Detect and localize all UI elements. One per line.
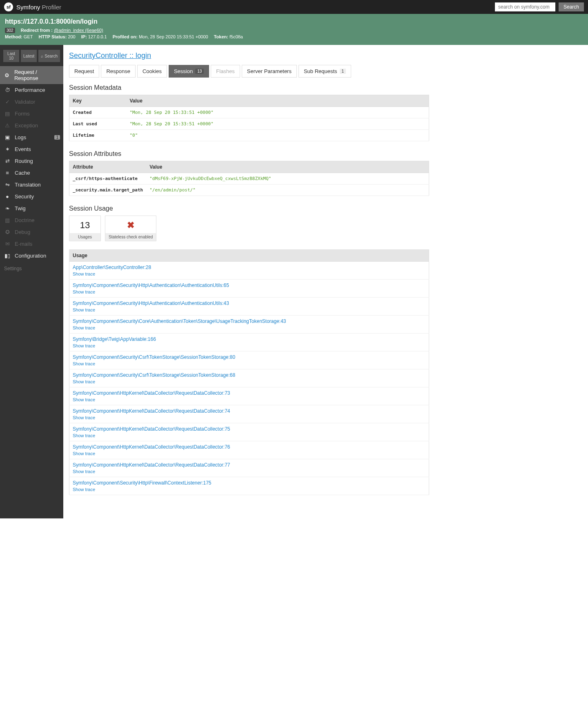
sidebar-item-e-mails: ✉E-mails bbox=[0, 238, 63, 250]
sidebar-item-security[interactable]: ●Security bbox=[0, 191, 63, 202]
sidebar-item-exception: ⚠Exception bbox=[0, 120, 63, 131]
menu-icon: ▤ bbox=[4, 111, 11, 117]
menu-label: Performance bbox=[15, 87, 45, 93]
row-value: "Mon, 28 Sep 20 15:33:51 +0000" bbox=[127, 118, 429, 130]
usage-row: Symfony\Component\Security\Core\Authenti… bbox=[69, 316, 429, 333]
sidebar-item-translation[interactable]: ⇋Translation bbox=[0, 179, 63, 191]
redirect-link[interactable]: @admin_index (6eae60) bbox=[54, 28, 103, 33]
menu-icon: ⇄ bbox=[4, 158, 11, 164]
tab-request[interactable]: Request bbox=[69, 65, 99, 78]
usage-row: Symfony\Component\Security\Http\Authenti… bbox=[69, 280, 429, 298]
controller-title-link[interactable]: SecurityController :: login bbox=[69, 51, 151, 60]
search-button[interactable]: Search bbox=[559, 2, 584, 11]
sidebar-item-debug: ✪Debug bbox=[0, 226, 63, 238]
usage-location-link[interactable]: Symfony\Component\Security\Http\Authenti… bbox=[73, 282, 229, 288]
section-heading: Session Metadata bbox=[69, 84, 429, 91]
usage-location-link[interactable]: Symfony\Component\Security\Csrf\TokenSto… bbox=[73, 372, 235, 378]
tab-session[interactable]: Session13 bbox=[169, 65, 209, 78]
menu-label: Configuration bbox=[15, 253, 46, 259]
menu-label: Events bbox=[15, 146, 31, 152]
metric-card: ✖Stateless check enabled bbox=[105, 216, 156, 241]
menu-label: Debug bbox=[15, 229, 30, 235]
usage-location-link[interactable]: Symfony\Component\Security\Csrf\TokenSto… bbox=[73, 354, 235, 360]
usage-location-link[interactable]: Symfony\Component\Security\Http\Authenti… bbox=[73, 300, 229, 306]
sidebar-item-performance[interactable]: ⏱Performance bbox=[0, 84, 63, 96]
tab-label: Response bbox=[106, 68, 130, 74]
menu-icon: ⏱ bbox=[4, 87, 11, 93]
menu-icon: ✓ bbox=[4, 99, 11, 105]
sidebar-item-cache[interactable]: ≡Cache bbox=[0, 167, 63, 179]
usage-location-link[interactable]: Symfony\Component\HttpKernel\DataCollect… bbox=[73, 408, 230, 414]
usage-location-link[interactable]: Symfony\Component\Security\Core\Authenti… bbox=[73, 318, 286, 324]
latest-button[interactable]: Latest bbox=[21, 50, 37, 62]
sidebar-item-request-response[interactable]: ⚙Request / Response bbox=[0, 66, 63, 84]
show-trace-link[interactable]: Show trace bbox=[73, 343, 425, 348]
show-trace-link[interactable]: Show trace bbox=[73, 487, 425, 492]
usage-row: Symfony\Component\HttpKernel\DataCollect… bbox=[69, 405, 429, 423]
metric-label: Stateless check enabled bbox=[105, 233, 156, 241]
menu-label: Twig bbox=[15, 205, 26, 211]
tab-response[interactable]: Response bbox=[101, 65, 136, 78]
show-trace-link[interactable]: Show trace bbox=[73, 289, 425, 294]
tab-label: Session bbox=[174, 68, 193, 74]
row-value: "/en/admin/post/" bbox=[146, 185, 429, 196]
menu-label: E-mails bbox=[15, 241, 32, 247]
magnifier-icon: ⌕ bbox=[41, 54, 43, 58]
row-value: "Mon, 28 Sep 20 15:33:51 +0000" bbox=[127, 107, 429, 118]
sidebar-search-button[interactable]: ⌕Search bbox=[38, 50, 60, 62]
usage-location-link[interactable]: Symfony\Component\HttpKernel\DataCollect… bbox=[73, 444, 230, 450]
metric-card: 13Usages bbox=[69, 216, 101, 241]
show-trace-link[interactable]: Show trace bbox=[73, 397, 425, 402]
usage-row: Symfony\Component\Security\Csrf\TokenSto… bbox=[69, 351, 429, 369]
sidebar-item-logs[interactable]: ▣Logs1 bbox=[0, 131, 63, 143]
last10-button[interactable]: Last 10 bbox=[3, 50, 19, 62]
show-trace-link[interactable]: Show trace bbox=[73, 379, 425, 384]
usage-location-link[interactable]: Symfony\Component\HttpKernel\DataCollect… bbox=[73, 390, 230, 396]
usage-location-link[interactable]: Symfony\Component\HttpKernel\DataCollect… bbox=[73, 426, 230, 432]
tab-sub-requests[interactable]: Sub Requests1 bbox=[298, 65, 351, 78]
menu-icon: ▥ bbox=[4, 217, 11, 223]
menu-icon: ≡ bbox=[4, 170, 11, 176]
menu-label: Request / Response bbox=[14, 69, 59, 81]
tabs-nav: RequestResponseCookiesSession13FlashesSe… bbox=[69, 65, 429, 78]
sidebar-item-events[interactable]: ✶Events bbox=[0, 143, 63, 155]
sidebar: Last 10 Latest ⌕Search ⚙Request / Respon… bbox=[0, 45, 63, 518]
show-trace-link[interactable]: Show trace bbox=[73, 451, 425, 456]
show-trace-link[interactable]: Show trace bbox=[73, 433, 425, 438]
usage-location-link[interactable]: Symfony\Component\HttpKernel\DataCollect… bbox=[73, 462, 230, 468]
usage-row: Symfony\Component\HttpKernel\DataCollect… bbox=[69, 459, 429, 477]
usage-location-link[interactable]: Symfony\Component\Security\Http\Firewall… bbox=[73, 480, 212, 486]
menu-icon: ● bbox=[4, 193, 11, 200]
menu-label: Security bbox=[15, 193, 34, 200]
metric-label: Usages bbox=[69, 233, 100, 241]
menu-icon: ✶ bbox=[4, 146, 11, 152]
sidebar-item-twig[interactable]: ❧Twig bbox=[0, 202, 63, 214]
show-trace-link[interactable]: Show trace bbox=[73, 271, 425, 276]
session-metadata-table: Key Value Created"Mon, 28 Sep 20 15:33:5… bbox=[69, 95, 429, 141]
row-key: Last used bbox=[69, 118, 127, 130]
menu-icon: ✉ bbox=[4, 241, 11, 247]
tab-server-parameters[interactable]: Server Parameters bbox=[242, 65, 297, 78]
search-input[interactable] bbox=[495, 2, 555, 11]
menu-label: Exception bbox=[15, 122, 38, 129]
metrics-row: 13Usages✖Stateless check enabled bbox=[69, 216, 429, 241]
menu-icon: ▮▯ bbox=[4, 253, 11, 259]
sidebar-item-routing[interactable]: ⇄Routing bbox=[0, 155, 63, 167]
tab-label: Server Parameters bbox=[247, 68, 292, 74]
status-badge: 302 bbox=[5, 28, 15, 33]
show-trace-link[interactable]: Show trace bbox=[73, 307, 425, 312]
usage-row: Symfony\Component\Security\Http\Authenti… bbox=[69, 298, 429, 316]
row-value: "dMsF69-xPjW-jUvkuDDcEwbxeQ_cxwsLtSmzB8Z… bbox=[146, 173, 429, 185]
settings-link[interactable]: Settings bbox=[0, 262, 63, 276]
tab-cookies[interactable]: Cookies bbox=[137, 65, 167, 78]
usage-location-link[interactable]: Symfony\Bridge\Twig\AppVariable:166 bbox=[73, 336, 156, 342]
usage-row: Symfony\Component\Security\Http\Firewall… bbox=[69, 477, 429, 495]
show-trace-link[interactable]: Show trace bbox=[73, 361, 425, 366]
usage-row: App\Controller\SecurityController:28Show… bbox=[69, 262, 429, 280]
sidebar-item-configuration[interactable]: ▮▯Configuration bbox=[0, 250, 63, 262]
sidebar-item-forms: ▤Forms bbox=[0, 108, 63, 120]
usage-location-link[interactable]: App\Controller\SecurityController:28 bbox=[73, 265, 151, 270]
show-trace-link[interactable]: Show trace bbox=[73, 415, 425, 420]
show-trace-link[interactable]: Show trace bbox=[73, 469, 425, 474]
show-trace-link[interactable]: Show trace bbox=[73, 325, 425, 330]
